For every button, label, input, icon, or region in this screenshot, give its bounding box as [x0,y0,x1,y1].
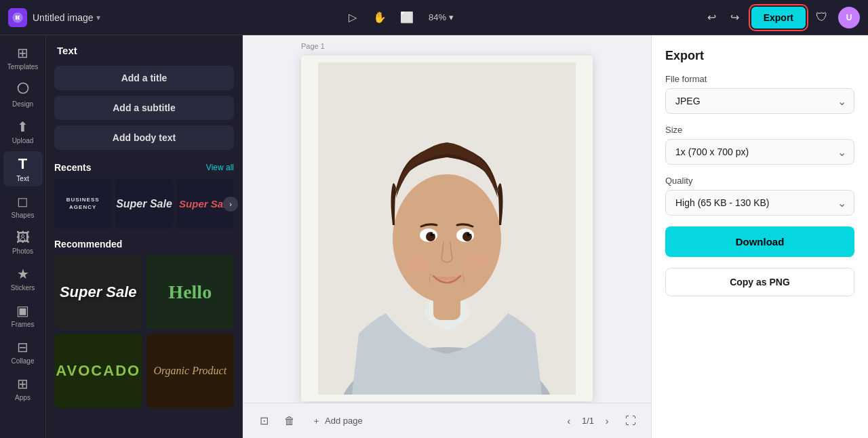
photos-icon: 🖼 [16,230,30,245]
frame-tool-btn[interactable]: ⬜ [396,7,418,28]
recommended-organic[interactable]: Organic Product [146,334,235,408]
sidebar-item-shapes[interactable]: ◻ Shapes [3,189,43,223]
sidebar-item-apps[interactable]: ⊞ Apps [3,372,43,405]
templates-icon: ⊞ [17,45,28,61]
file-format-select[interactable]: JPEG PNG PDF SVG [665,88,854,114]
add-subtitle-btn[interactable]: Add a subtitle [54,96,234,120]
recents-title: Recents [54,162,91,173]
add-page-label: Add page [325,416,363,426]
recents-header: Recents View all [46,153,242,178]
file-format-label: File format [665,74,854,84]
shapes-icon: ◻ [17,193,28,210]
doc-title[interactable]: Untitled image ▾ [33,12,100,23]
add-page-icon: ＋ [312,415,321,427]
add-title-btn[interactable]: Add a title [54,66,234,90]
collage-icon: ⊟ [17,339,28,355]
fullscreen-btn[interactable]: ⛶ [621,412,640,431]
recommended-avocado[interactable]: AVOCADO [54,334,142,408]
svg-point-3 [393,174,501,303]
text-panel: Text Add a title Add a subtitle Add body… [46,35,243,438]
view-all-link[interactable]: View all [206,163,234,172]
svg-point-10 [433,233,434,234]
delete-btn[interactable]: 🗑 [279,411,300,431]
sidebar-item-stickers[interactable]: ★ Stickers [3,262,43,296]
prev-page-btn[interactable]: ‹ [560,412,578,430]
text-panel-title: Text [46,35,242,63]
zoom-chevron: ▾ [449,12,454,22]
recent-item-business[interactable]: BUSINESS AGENCY [54,178,111,229]
sidebar-item-collage[interactable]: ⊟ Collage [3,335,43,369]
size-field: Size 1x (700 x 700 px) 2x (1400 x 1400 p… [665,125,854,165]
page-label: Page 1 [301,42,325,50]
quality-select-wrapper: High (65 KB - 130 KB) Medium (30 KB - 65… [665,190,854,216]
export-button[interactable]: Export [751,7,806,28]
page-navigation: ‹ 1/1 › [560,412,616,430]
download-button[interactable]: Download [665,226,854,257]
canvas-bottom-right: ‹ 1/1 › ⛶ [560,412,640,431]
page-count: 1/1 [582,416,594,426]
undo-btn[interactable]: ↩ [701,7,723,28]
export-panel: Export File format JPEG PNG PDF SVG Size… [651,35,868,438]
undo-redo-group: ↩ ↪ [701,7,746,28]
sidebar-item-text[interactable]: T Text [3,151,43,186]
doc-title-text: Untitled image [33,12,94,23]
zoom-value: 84% [429,12,446,22]
position-btn[interactable]: ⊡ [254,411,274,431]
recents-grid: BUSINESS AGENCY Super Sale Super Sale › [46,178,242,229]
shield-btn[interactable]: 🛡 [811,7,833,28]
svg-point-13 [462,254,489,271]
text-icon: T [18,155,27,173]
recommended-header: Recommended [46,229,242,255]
sidebar-item-design[interactable]: Design [3,77,43,112]
quality-field: Quality High (65 KB - 130 KB) Medium (30… [665,176,854,216]
add-page-btn[interactable]: ＋ Add page [305,412,370,430]
recommended-super-sale[interactable]: Super Sale [54,255,142,330]
recommended-hello[interactable]: Hello [146,255,235,330]
quality-select[interactable]: High (65 KB - 130 KB) Medium (30 KB - 65… [665,190,854,216]
canvas-area: Page 1 [243,35,651,438]
topbar-center: ▷ ✋ ⬜ 84% ▾ [108,7,693,28]
svg-point-11 [469,233,471,234]
add-body-btn[interactable]: Add body text [54,125,234,150]
copy-png-button[interactable]: Copy as PNG [665,268,854,296]
sidebar-item-photos[interactable]: 🖼 Photos [3,226,43,259]
topbar: Untitled image ▾ ▷ ✋ ⬜ 84% ▾ ↩ ↪ Export … [0,0,868,35]
upload-icon: ⬆ [17,119,28,135]
select-tool-btn[interactable]: ▷ [342,7,363,28]
doc-title-chevron: ▾ [96,13,100,22]
size-select[interactable]: 1x (700 x 700 px) 2x (1400 x 1400 px) [665,139,854,165]
page-container: Page 1 [301,56,593,401]
quality-label: Quality [665,176,854,186]
next-page-btn[interactable]: › [598,412,616,430]
avatar[interactable]: U [838,7,860,28]
sidebar-item-templates[interactable]: ⊞ Templates [3,41,43,75]
canvas-bottom: ⊡ 🗑 ＋ Add page ‹ 1/1 › ⛶ [243,403,651,438]
redo-btn[interactable]: ↪ [724,7,746,28]
frames-icon: ▣ [16,302,29,319]
recent-item-super-sale[interactable]: Super Sale [115,178,172,229]
apps-icon: ⊞ [17,376,28,392]
sidebar-icons: ⊞ Templates Design ⬆ Upload T Text ◻ Sha… [0,35,46,438]
file-format-select-wrapper: JPEG PNG PDF SVG [665,88,854,114]
export-panel-title: Export [665,49,854,63]
canvas-page[interactable] [301,56,593,401]
size-select-wrapper: 1x (700 x 700 px) 2x (1400 x 1400 px) [665,139,854,165]
size-label: Size [665,125,854,135]
zoom-control[interactable]: 84% ▾ [423,9,459,25]
canvas-inner: Page 1 [243,35,651,403]
file-format-field: File format JPEG PNG PDF SVG [665,74,854,114]
canvas-bottom-left: ⊡ 🗑 ＋ Add page [254,411,370,431]
recommended-grid: Super Sale Hello AVOCADO Organic Product [46,255,242,416]
portrait-image [318,62,576,395]
recommended-title: Recommended [54,239,122,250]
hand-tool-btn[interactable]: ✋ [369,7,391,28]
canva-logo[interactable] [8,8,27,27]
stickers-icon: ★ [17,266,29,282]
sidebar-item-upload[interactable]: ⬆ Upload [3,115,43,148]
main: ⊞ Templates Design ⬆ Upload T Text ◻ Sha… [0,35,868,438]
topbar-right: ↩ ↪ Export 🛡 U [701,7,860,28]
svg-point-12 [405,254,432,271]
sidebar-item-frames[interactable]: ▣ Frames [3,298,43,332]
recents-next-arrow[interactable]: › [223,197,238,212]
topbar-left: Untitled image ▾ [8,8,100,27]
